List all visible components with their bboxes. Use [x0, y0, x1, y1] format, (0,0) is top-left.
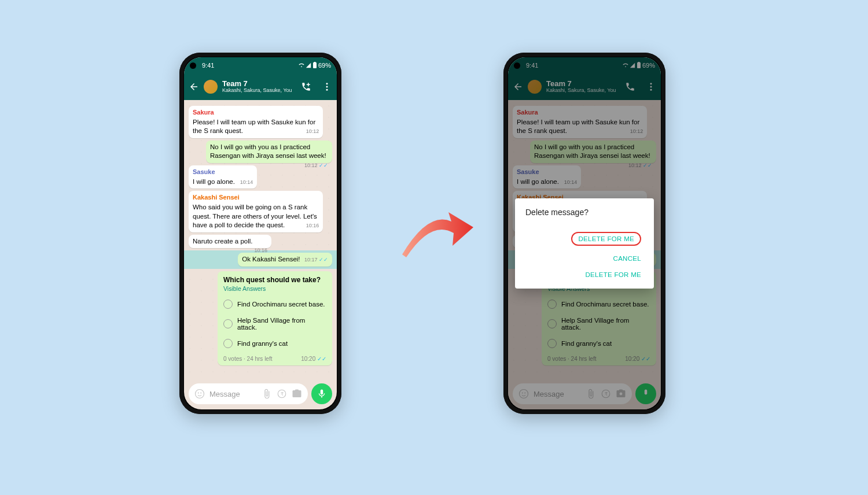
- svg-text:₹: ₹: [281, 391, 284, 397]
- message-time: 10:12: [306, 128, 319, 135]
- transition-arrow-icon: [399, 200, 475, 269]
- svg-rect-0: [313, 62, 317, 68]
- cancel-button[interactable]: CANCEL: [525, 250, 643, 267]
- delete-for-me-button-highlighted[interactable]: DELETE FOR ME: [525, 227, 643, 250]
- mic-button[interactable]: [311, 383, 332, 404]
- radio-icon: [223, 300, 233, 309]
- message-body: Naruto create a poll.: [193, 238, 253, 245]
- message-body: Ok Kakashi Sensei!: [242, 256, 300, 263]
- svg-point-5: [196, 390, 204, 398]
- message-body: Please! I will team up with Sasuke kun f…: [193, 119, 315, 135]
- message-time: 10:17 ✓✓: [304, 256, 328, 263]
- read-tick-icon: ✓✓: [319, 257, 328, 263]
- poll-message[interactable]: Which quest should we take? Visible Answ…: [218, 271, 332, 365]
- input-placeholder: Message: [209, 390, 257, 398]
- emoji-icon[interactable]: [194, 389, 205, 399]
- signal-icon: [306, 62, 311, 68]
- radio-icon: [223, 319, 233, 328]
- status-battery: 69%: [318, 62, 331, 69]
- selected-message-highlight[interactable]: Ok Kakashi Sensei! 10:17 ✓✓: [184, 250, 337, 269]
- sender-name: Sasuke: [193, 168, 253, 176]
- delete-for-me-button[interactable]: DELETE FOR ME: [525, 267, 643, 283]
- message-input[interactable]: Message ₹: [189, 383, 308, 404]
- phone-right: 9:41 69% Team 7 Kakashi, Sakura, Sasuke,…: [503, 53, 665, 414]
- back-icon[interactable]: [189, 82, 199, 92]
- svg-point-7: [200, 393, 201, 394]
- svg-point-3: [326, 86, 328, 88]
- phone-left: 9:41 69% Team 7 Kakashi, Sakura, Sasuke,…: [179, 53, 341, 414]
- sender-name: Kakashi Sensei: [193, 193, 319, 202]
- group-avatar[interactable]: [204, 80, 218, 94]
- read-tick-icon: ✓✓: [319, 162, 328, 168]
- poll-time: 10:20 ✓✓: [301, 356, 326, 362]
- camera-cutout-icon: [190, 62, 196, 69]
- poll-question: Which quest should we take?: [223, 276, 326, 284]
- message-body: I will go alone.: [193, 178, 235, 185]
- message-you-2-selected[interactable]: Ok Kakashi Sensei! 10:17 ✓✓: [238, 253, 332, 267]
- poll-meta: 0 votes · 24 hrs left: [223, 356, 273, 362]
- input-bar: Message ₹: [189, 383, 332, 405]
- message-sakura[interactable]: Sakura Please! I will team up with Sasuk…: [189, 106, 323, 138]
- mic-icon: [317, 389, 327, 399]
- group-name: Team 7: [222, 80, 292, 88]
- svg-point-4: [326, 89, 328, 91]
- svg-point-6: [198, 393, 199, 394]
- message-time: 10:16: [306, 222, 319, 229]
- svg-point-2: [326, 83, 328, 84]
- sender-name: Sakura: [193, 108, 319, 117]
- more-icon[interactable]: [322, 82, 332, 92]
- currency-icon[interactable]: ₹: [277, 389, 287, 399]
- svg-rect-1: [314, 62, 315, 63]
- attach-icon[interactable]: [262, 389, 272, 399]
- message-time: 10:14: [240, 179, 253, 186]
- dialog-title: Delete message?: [525, 208, 643, 217]
- message-body: No I will go with you as I practiced Ras…: [210, 143, 326, 160]
- status-bar: 9:41 69%: [184, 57, 337, 73]
- chat-area[interactable]: Sakura Please! I will team up with Sasuk…: [184, 100, 337, 382]
- radio-icon: [223, 339, 233, 348]
- wifi-icon: [299, 62, 304, 68]
- battery-icon: [312, 62, 317, 69]
- message-time: 10:12 ✓✓: [304, 162, 328, 169]
- message-kakashi-2[interactable]: Naruto create a poll. 10:16: [189, 235, 271, 249]
- poll-option-2[interactable]: Help Sand Village from attack.: [223, 313, 326, 335]
- poll-option-3[interactable]: Find granny's cat: [223, 335, 326, 352]
- poll-option-1[interactable]: Find Orochimaru secret base.: [223, 295, 326, 313]
- message-kakashi-1[interactable]: Kakashi Sensei Who said you will be goin…: [189, 191, 323, 232]
- camera-icon[interactable]: [292, 389, 302, 399]
- message-you-1[interactable]: No I will go with you as I practiced Ras…: [206, 141, 332, 163]
- chat-header[interactable]: Team 7 Kakashi, Sakura, Sasuke, You: [184, 73, 337, 100]
- call-icon[interactable]: [301, 82, 311, 92]
- poll-visible-label: Visible Answers: [223, 285, 326, 292]
- status-time: 9:41: [202, 62, 214, 69]
- message-body: Who said you will be going on a S rank q…: [193, 204, 317, 228]
- group-members: Kakashi, Sakura, Sasuke, You: [222, 88, 292, 94]
- read-tick-icon: ✓✓: [317, 356, 326, 362]
- highlight-circle-icon: DELETE FOR ME: [571, 232, 641, 246]
- message-sasuke[interactable]: Sasuke I will go alone. 10:14: [189, 165, 257, 189]
- delete-dialog: Delete message? DELETE FOR ME CANCEL DEL…: [515, 198, 654, 289]
